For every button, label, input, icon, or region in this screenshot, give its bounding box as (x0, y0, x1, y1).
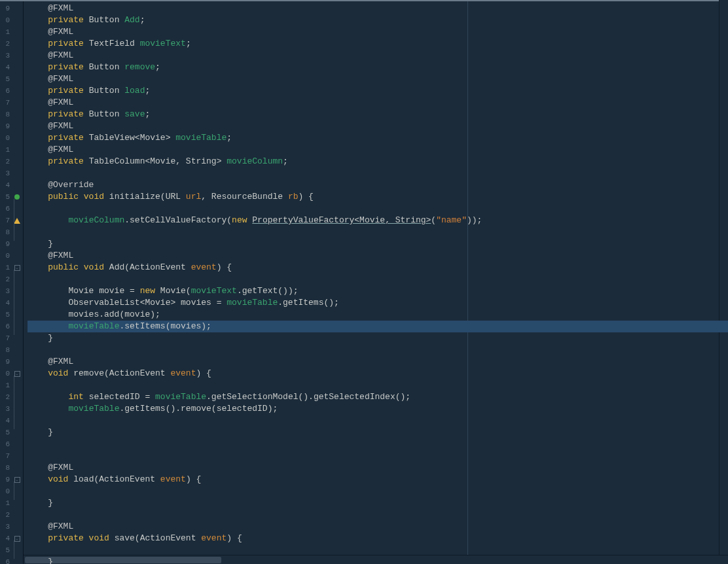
fold-toggle-icon[interactable]: - (14, 371, 20, 377)
code-line[interactable]: } (27, 497, 728, 509)
code-line[interactable]: @FXML (27, 97, 728, 109)
code-line[interactable]: movies.add(movie); (27, 309, 728, 321)
token-ann: @FXML (27, 357, 73, 366)
gutter-row: 1 (0, 144, 23, 156)
code-line[interactable] (27, 438, 728, 450)
token-plain: } (27, 333, 53, 343)
code-line[interactable]: } (27, 556, 728, 564)
gutter-row: 7 (0, 97, 23, 109)
token-field: movieColumn (68, 215, 124, 225)
token-plain: ) { (196, 368, 211, 378)
code-line[interactable]: @FXML (27, 462, 728, 474)
code-line[interactable] (27, 203, 728, 215)
code-line[interactable]: movieColumn.setCellValueFactory(new Prop… (27, 215, 728, 226)
code-editor[interactable]: @FXML private Button Add; @FXML private … (24, 1, 728, 564)
code-line[interactable]: @FXML (27, 250, 728, 262)
code-line[interactable]: @FXML (27, 356, 728, 368)
token-plain: , ResourceBundle (201, 192, 288, 202)
code-line[interactable]: Movie movie = new Movie(movieText.getTex… (27, 285, 728, 297)
code-line[interactable] (27, 544, 728, 556)
token-plain: initialize(URL (104, 192, 186, 202)
gutter-row: 0 (0, 250, 23, 262)
code-line[interactable]: private TableView<Movie> movieTable; (27, 132, 728, 144)
code-line[interactable] (27, 167, 728, 179)
code-line[interactable]: void remove(ActionEvent event) { (27, 368, 728, 379)
code-line[interactable]: @FXML (27, 144, 728, 156)
gutter-marker-slot (12, 179, 22, 191)
line-number: 1 (5, 144, 12, 156)
code-line[interactable]: public void initialize(URL url, Resource… (27, 191, 728, 203)
code-line[interactable]: void load(ActionEvent event) { (27, 474, 728, 485)
token-plain: ; (155, 62, 160, 72)
gutter-row: 9 (0, 120, 23, 132)
code-line[interactable]: @Override (27, 179, 728, 191)
gutter-row: 4 (0, 297, 23, 309)
code-line[interactable] (27, 450, 728, 462)
token-plain: ; (145, 86, 150, 96)
code-line[interactable]: } (27, 238, 728, 250)
code-line[interactable]: private TableColumn<Movie, String> movie… (27, 156, 728, 167)
code-line[interactable] (27, 509, 728, 521)
code-line[interactable]: @FXML (27, 50, 728, 62)
code-line[interactable] (27, 415, 728, 427)
code-line[interactable]: private Button save; (27, 109, 728, 120)
gutter-row: 3 (0, 521, 23, 533)
gutter-marker-slot (12, 250, 22, 262)
token-plain: remove(ActionEvent (68, 368, 170, 378)
gutter-row: 3 (0, 167, 23, 179)
gutter-row: 6 (0, 203, 23, 215)
code-line[interactable] (27, 344, 728, 356)
code-line[interactable]: movieTable.setItems(movies); (27, 321, 728, 332)
line-number: 1 (5, 26, 12, 38)
line-number: 0 (5, 485, 12, 497)
code-line[interactable] (27, 226, 728, 238)
code-line[interactable]: @FXML (27, 521, 728, 533)
code-line[interactable] (27, 379, 728, 391)
code-line[interactable] (27, 485, 728, 497)
code-line[interactable]: @FXML (27, 3, 728, 14)
fold-toggle-icon[interactable]: - (14, 477, 20, 483)
code-line[interactable]: private TextField movieText; (27, 38, 728, 50)
line-number: 5 (5, 191, 12, 203)
gutter-marker-slot (12, 450, 22, 462)
code-line[interactable]: private Button load; (27, 85, 728, 97)
fold-toggle-icon[interactable]: - (14, 265, 20, 271)
gutter-row: 0 (0, 14, 23, 26)
code-line[interactable]: } (27, 332, 728, 344)
override-marker-icon (14, 194, 20, 200)
gutter-marker-slot (12, 97, 22, 109)
code-line[interactable]: movieTable.getItems().remove(selectedID)… (27, 403, 728, 415)
token-ann: @FXML (27, 463, 73, 472)
line-number: 8 (5, 226, 12, 238)
code-line[interactable]: ObservableList<Movie> movies = movieTabl… (27, 297, 728, 309)
token-plain: .getText()); (237, 286, 299, 296)
code-line[interactable]: public void Add(ActionEvent event) { (27, 262, 728, 273)
fold-guide (14, 199, 14, 241)
fold-toggle-icon[interactable]: - (14, 536, 20, 542)
token-ann: @FXML (27, 97, 73, 107)
gutter-row: 2 (0, 509, 23, 521)
code-line[interactable]: private Button Add; (27, 14, 728, 26)
code-line[interactable]: } (27, 427, 728, 438)
line-number: 1 (5, 379, 12, 391)
gutter-row: 9- (0, 474, 23, 485)
line-number: 5 (5, 309, 12, 321)
gutter-marker-slot (12, 73, 22, 85)
token-plain: movies.add(movie); (27, 309, 160, 319)
code-line[interactable]: private Button remove; (27, 62, 728, 73)
code-line[interactable]: @FXML (27, 73, 728, 85)
fold-guide (14, 376, 14, 429)
code-line[interactable]: private void save(ActionEvent event) { (27, 533, 728, 544)
gutter-row: 3 (0, 50, 23, 62)
token-plain (27, 215, 68, 225)
code-line[interactable]: @FXML (27, 120, 728, 132)
code-line[interactable]: int selectedID = movieTable.getSelection… (27, 391, 728, 403)
token-plain: Movie( (155, 286, 191, 296)
line-number: 5 (5, 427, 12, 438)
token-field: movieTable (227, 298, 278, 308)
code-line[interactable]: @FXML (27, 26, 728, 38)
token-plain: ) { (227, 533, 242, 543)
gutter-row: 2 (0, 391, 23, 403)
code-line[interactable] (27, 273, 728, 285)
line-number: 3 (5, 167, 12, 179)
